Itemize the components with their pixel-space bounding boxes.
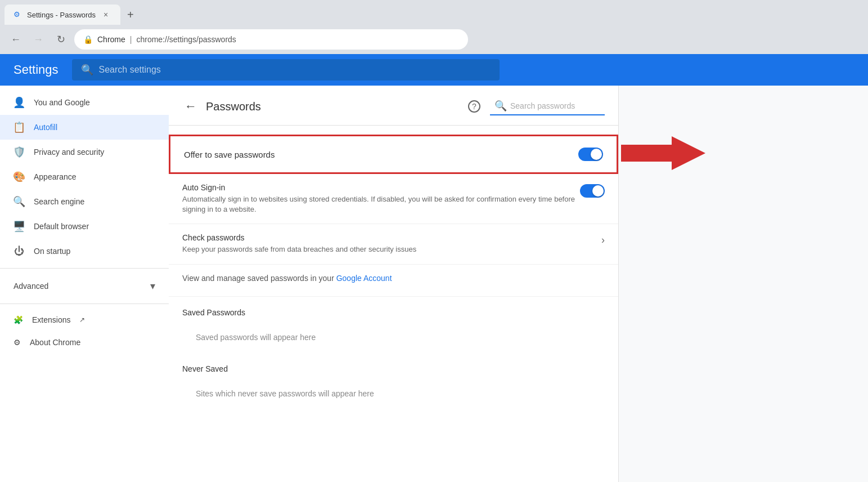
sidebar-advanced[interactable]: Advanced ▾ bbox=[0, 273, 169, 299]
auto-signin-label: Auto Sign-in bbox=[182, 183, 580, 192]
settings-title: Settings bbox=[14, 63, 59, 77]
auto-signin-desc: Automatically sign in to websites using … bbox=[182, 194, 580, 215]
sidebar-item-search-engine[interactable]: 🔍 Search engine bbox=[0, 189, 169, 214]
sidebar-label-about-chrome: About Chrome bbox=[30, 338, 80, 347]
check-passwords-label: Check passwords bbox=[182, 233, 601, 242]
search-passwords-input[interactable] bbox=[510, 101, 600, 110]
settings-body: 👤 You and Google 📋 Autofill 🛡️ Privacy a… bbox=[0, 86, 868, 482]
offer-to-save-toggle[interactable] bbox=[578, 148, 603, 161]
settings-search-bar[interactable]: 🔍 bbox=[72, 59, 500, 81]
sidebar-item-appearance[interactable]: 🎨 Appearance bbox=[0, 164, 169, 189]
sidebar-label-privacy-security: Privacy and security bbox=[34, 148, 104, 157]
search-passwords-bar[interactable]: 🔍 bbox=[490, 97, 605, 115]
sidebar-item-default-browser[interactable]: 🖥️ Default browser bbox=[0, 214, 169, 239]
advanced-arrow-icon: ▾ bbox=[150, 280, 155, 292]
google-account-row: View and manage saved passwords in your … bbox=[169, 265, 618, 297]
svg-text:?: ? bbox=[472, 102, 476, 111]
sidebar-label-extensions: Extensions bbox=[32, 315, 70, 324]
help-icon[interactable]: ? bbox=[465, 97, 483, 115]
toggle-track bbox=[578, 148, 603, 161]
active-tab[interactable]: ⚙ Settings - Passwords × bbox=[5, 5, 120, 25]
settings-page: Settings 🔍 👤 You and Google 📋 Autofill 🛡… bbox=[0, 54, 868, 482]
svg-marker-2 bbox=[621, 136, 705, 170]
sidebar-label-you-and-google: You and Google bbox=[34, 98, 90, 107]
forward-button[interactable]: → bbox=[29, 30, 47, 48]
url-bar[interactable]: 🔒 Chrome | chrome://settings/passwords bbox=[74, 29, 468, 50]
offer-to-save-row: Offer to save passwords bbox=[169, 135, 618, 174]
sidebar-label-default-browser: Default browser bbox=[34, 222, 89, 231]
saved-passwords-empty: Saved passwords will appear here bbox=[169, 322, 618, 353]
settings-search-input[interactable] bbox=[99, 65, 491, 75]
sidebar-item-about-chrome[interactable]: ⚙ About Chrome bbox=[0, 331, 169, 354]
startup-icon: ⏻ bbox=[14, 246, 25, 257]
sidebar-divider-2 bbox=[0, 304, 169, 304]
chevron-right-icon: › bbox=[601, 233, 605, 246]
auto-signin-toggle[interactable] bbox=[580, 184, 605, 198]
external-link-icon: ↗ bbox=[79, 316, 85, 324]
chrome-icon: ⚙ bbox=[14, 338, 21, 347]
url-path: chrome://settings/passwords bbox=[136, 35, 236, 44]
never-saved-empty: Sites which never save passwords will ap… bbox=[169, 378, 618, 409]
search-engine-icon: 🔍 bbox=[14, 196, 25, 207]
auto-signin-row: Auto Sign-in Automatically sign in to we… bbox=[169, 174, 618, 224]
browser-chrome: ⚙ Settings - Passwords × + ← → ↻ 🔒 Chrom… bbox=[0, 0, 868, 54]
sidebar-item-on-startup[interactable]: ⏻ On startup bbox=[0, 239, 169, 264]
google-account-text: View and manage saved passwords in your bbox=[182, 274, 336, 283]
offer-to-save-label: Offer to save passwords bbox=[184, 150, 578, 159]
search-passwords-icon: 🔍 bbox=[494, 100, 507, 112]
tab-bar: ⚙ Settings - Passwords × + bbox=[0, 0, 868, 25]
never-saved-header: Never Saved bbox=[169, 353, 618, 378]
autofill-icon: 📋 bbox=[14, 122, 25, 133]
sidebar-item-privacy-security[interactable]: 🛡️ Privacy and security bbox=[0, 140, 169, 164]
tab-title: Settings - Passwords bbox=[27, 11, 96, 19]
shield-icon: 🛡️ bbox=[14, 146, 25, 158]
new-tab-button[interactable]: + bbox=[123, 6, 138, 24]
url-separator: | bbox=[130, 35, 132, 44]
lock-icon: 🔒 bbox=[83, 35, 93, 44]
settings-header: Settings 🔍 bbox=[0, 54, 868, 86]
saved-passwords-header: Saved Passwords bbox=[169, 297, 618, 322]
refresh-button[interactable]: ↻ bbox=[52, 30, 70, 48]
main-content: ← Passwords ? 🔍 bbox=[169, 86, 868, 482]
auto-signin-text: Auto Sign-in Automatically sign in to we… bbox=[182, 183, 580, 215]
extensions-icon: 🧩 bbox=[14, 315, 23, 324]
appearance-icon: 🎨 bbox=[14, 171, 25, 182]
sidebar-item-autofill[interactable]: 📋 Autofill bbox=[0, 115, 169, 140]
address-bar: ← → ↻ 🔒 Chrome | chrome://settings/passw… bbox=[0, 25, 868, 54]
passwords-header: ← Passwords ? 🔍 bbox=[169, 86, 618, 126]
passwords-page-title: Passwords bbox=[206, 100, 458, 113]
auto-signin-toggle-ctrl bbox=[580, 183, 605, 198]
passwords-back-button[interactable]: ← bbox=[182, 97, 199, 116]
search-icon: 🔍 bbox=[81, 64, 93, 76]
toggle-thumb bbox=[591, 149, 602, 160]
browser-icon: 🖥️ bbox=[14, 221, 25, 232]
auto-signin-toggle-track bbox=[580, 184, 605, 198]
person-icon: 👤 bbox=[14, 97, 25, 108]
sidebar-divider bbox=[0, 268, 169, 269]
tab-close-button[interactable]: × bbox=[100, 9, 111, 20]
sidebar-label-appearance: Appearance bbox=[34, 172, 77, 181]
red-arrow-indicator bbox=[621, 133, 705, 175]
sidebar-item-extensions[interactable]: 🧩 Extensions ↗ bbox=[0, 309, 169, 331]
advanced-label: Advanced bbox=[14, 282, 146, 291]
passwords-panel: ← Passwords ? 🔍 bbox=[169, 86, 619, 482]
auto-signin-toggle-thumb bbox=[592, 185, 604, 197]
sidebar-label-autofill: Autofill bbox=[34, 123, 57, 132]
back-button[interactable]: ← bbox=[7, 30, 25, 48]
check-passwords-text: Check passwords Keep your passwords safe… bbox=[182, 233, 601, 255]
check-passwords-desc: Keep your passwords safe from data breac… bbox=[182, 244, 601, 255]
sidebar-label-on-startup: On startup bbox=[34, 247, 70, 256]
sidebar-item-you-and-google[interactable]: 👤 You and Google bbox=[0, 90, 169, 115]
sidebar: 👤 You and Google 📋 Autofill 🛡️ Privacy a… bbox=[0, 86, 169, 482]
tab-favicon: ⚙ bbox=[14, 10, 23, 19]
check-passwords-row[interactable]: Check passwords Keep your passwords safe… bbox=[169, 224, 618, 264]
url-brand: Chrome bbox=[97, 35, 125, 44]
google-account-link[interactable]: Google Account bbox=[336, 274, 392, 283]
sidebar-label-search-engine: Search engine bbox=[34, 197, 84, 206]
